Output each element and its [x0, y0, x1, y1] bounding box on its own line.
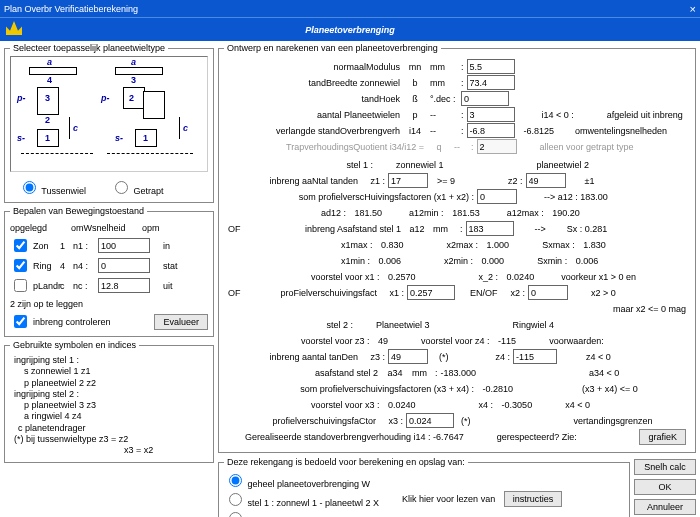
- beta-input[interactable]: [461, 91, 509, 106]
- design-legend: Ontwerp en narekenen van een planeetover…: [224, 43, 441, 53]
- diag-1r: 1: [143, 133, 148, 143]
- annuleer-button[interactable]: Annuleer: [634, 499, 696, 515]
- diag-s2: s-: [115, 133, 123, 143]
- snelh-calc-button[interactable]: Snelh calc: [634, 459, 696, 475]
- x1-input[interactable]: [407, 285, 455, 300]
- diag-p: p-: [17, 93, 26, 103]
- wheel-type-group: Selecteer toepasselijk planeetwieltype a…: [4, 43, 214, 203]
- chk-plandr[interactable]: [14, 279, 27, 292]
- chk-ring[interactable]: [14, 259, 27, 272]
- diag-2: 2: [45, 115, 50, 125]
- diag-3: 3: [45, 93, 50, 103]
- radio-geheel[interactable]: geheel planeetoverbrenging W: [224, 471, 370, 489]
- header: Planeetoverbrenging: [0, 17, 700, 41]
- n1-input[interactable]: [98, 238, 150, 253]
- radio-stel2[interactable]: stel 2 : planeetwl 3 - ringwiel 4 Y: [224, 509, 376, 517]
- b-input[interactable]: [467, 75, 515, 90]
- z3-input[interactable]: [388, 349, 428, 364]
- gear-diagram: a a 4 3 p- 3 2 2 p- c c s-: [10, 56, 208, 172]
- x3-input[interactable]: [406, 413, 454, 428]
- p-input[interactable]: [467, 107, 515, 122]
- diag-a: a: [47, 57, 52, 67]
- z4-input[interactable]: [513, 349, 557, 364]
- calc-legend: Deze rekengang is bedoeld voor berekenin…: [224, 457, 468, 467]
- ingr1-label: ingrijping stel 1 :: [14, 355, 204, 366]
- diag-2r: 2: [129, 93, 134, 103]
- diag-p2: p-: [101, 93, 110, 103]
- motion-legend: Bepalen van Bewegingstoestand: [10, 206, 147, 216]
- x1x2-input[interactable]: [477, 189, 517, 204]
- a12-input[interactable]: [466, 221, 514, 236]
- symbols-legend: Gebruikte symbolen en indices: [10, 340, 139, 350]
- chk-inbreng-controleren[interactable]: [14, 315, 27, 328]
- diag-3r: 3: [131, 75, 136, 85]
- close-icon[interactable]: ×: [690, 3, 696, 15]
- diag-s: s-: [17, 133, 25, 143]
- titlebar: Plan Overbr Verificatieberekening ×: [0, 0, 700, 17]
- diag-c: c: [73, 123, 78, 133]
- instructies-button[interactable]: instructies: [504, 491, 563, 507]
- i14-input[interactable]: [467, 123, 515, 138]
- nc-input[interactable]: [98, 278, 150, 293]
- radio-getrapt[interactable]: Getrapt: [110, 178, 164, 196]
- evalueer-button[interactable]: Evalueer: [154, 314, 208, 330]
- z1-input[interactable]: [388, 173, 428, 188]
- mn-input[interactable]: [467, 59, 515, 74]
- radio-stel1[interactable]: stel 1 : zonnewl 1 - planeetwl 2 X: [224, 490, 379, 508]
- window-title: Plan Overbr Verificatieberekening: [4, 4, 138, 14]
- diag-4: 4: [47, 75, 52, 85]
- q-input: [477, 139, 517, 154]
- calc-purpose-group: Deze rekengang is bedoeld voor berekenin…: [218, 457, 630, 517]
- diag-1: 1: [45, 133, 50, 143]
- diag-c2: c: [183, 123, 188, 133]
- crown-icon: [6, 21, 22, 35]
- z2-input[interactable]: [526, 173, 566, 188]
- ingr2-label: ingrijping stel 2 :: [14, 389, 204, 400]
- diag-a2: a: [131, 57, 136, 67]
- header-title: Planeetoverbrenging: [305, 25, 395, 35]
- wheel-type-legend: Selecteer toepasselijk planeetwieltype: [10, 43, 168, 53]
- n4-input[interactable]: [98, 258, 150, 273]
- chk-zon[interactable]: [14, 239, 27, 252]
- grafiek-button[interactable]: grafieK: [639, 429, 686, 445]
- x2-input[interactable]: [528, 285, 568, 300]
- symbols-group: Gebruikte symbolen en indices ingrijping…: [4, 340, 214, 463]
- radio-tussenwiel[interactable]: Tussenwiel: [18, 178, 86, 196]
- motion-state-group: Bepalen van Bewegingstoestand opgelegd o…: [4, 206, 214, 337]
- ok-button[interactable]: OK: [634, 479, 696, 495]
- design-group: Ontwerp en narekenen van een planeetover…: [218, 43, 696, 453]
